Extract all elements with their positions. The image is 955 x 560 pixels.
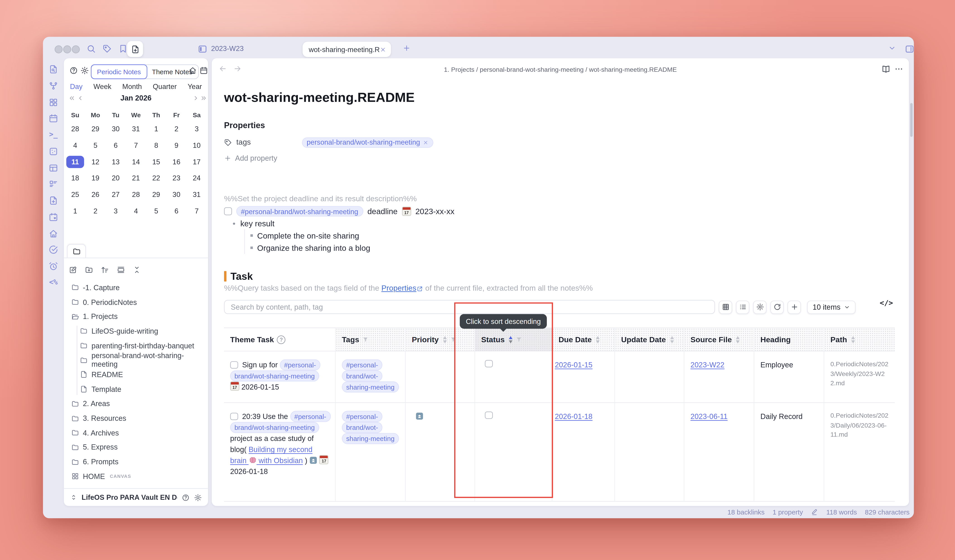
- tree-item[interactable]: personal-brand-wot-sharing-meeting: [64, 353, 208, 367]
- status-checkbox[interactable]: [485, 360, 493, 367]
- cell-update-date[interactable]: [615, 351, 684, 402]
- calendar-day[interactable]: 6: [106, 137, 126, 153]
- tab-periodic-notes[interactable]: Periodic Notes: [91, 64, 147, 79]
- backlinks-count[interactable]: 18 backlinks: [727, 509, 764, 516]
- calendar-day[interactable]: 2: [85, 203, 106, 219]
- calendar-day[interactable]: 30: [166, 186, 186, 203]
- add-task-button[interactable]: [787, 300, 801, 314]
- rail-terminal-button[interactable]: >_: [49, 130, 58, 140]
- code-view-icon[interactable]: </>: [880, 299, 893, 306]
- explorer-collapse-button[interactable]: [133, 265, 141, 274]
- calendar-view-year[interactable]: Year: [188, 83, 202, 92]
- tree-item[interactable]: 5. Express: [64, 440, 208, 454]
- sort-asc-arrow[interactable]: [509, 336, 513, 339]
- tree-item[interactable]: README: [64, 367, 208, 382]
- remove-tag-icon[interactable]: [423, 139, 429, 145]
- cell-tags[interactable]: #personal-brand/wot-sharing-meeting: [336, 351, 406, 402]
- sort-asc-arrow[interactable]: [596, 336, 600, 339]
- column-header-theme-task[interactable]: Theme Task?: [224, 328, 336, 351]
- properties-heading[interactable]: Properties: [224, 121, 893, 130]
- cell-status[interactable]: [475, 403, 552, 501]
- vault-switcher[interactable]: LifeOS Pro PARA Vault EN De...: [64, 488, 208, 506]
- due-date-link[interactable]: 2026-01-15: [555, 360, 592, 369]
- cell-update-date[interactable]: [615, 403, 684, 501]
- cell-tags[interactable]: #personal-brand/wot-sharing-meeting: [336, 403, 406, 501]
- calendar-day[interactable]: 3: [187, 121, 207, 137]
- cell-priority[interactable]: [406, 351, 475, 402]
- filter-icon[interactable]: [516, 336, 523, 343]
- sort-arrows-icon[interactable]: [509, 336, 513, 343]
- source-file-link[interactable]: 2023-06-11: [690, 412, 728, 421]
- sort-desc-arrow[interactable]: [443, 340, 447, 343]
- explorer-sort-asc-button[interactable]: [100, 265, 109, 274]
- calendar-day[interactable]: 22: [146, 170, 166, 186]
- calendar-day[interactable]: 21: [126, 170, 146, 186]
- cell-due-date[interactable]: 2026-01-15: [553, 351, 615, 402]
- calendar-day[interactable]: 13: [106, 153, 126, 170]
- cell-theme-task[interactable]: Sign up for #personal-brand/wot-sharing-…: [224, 351, 336, 402]
- rail-panel-top-button[interactable]: [49, 163, 58, 173]
- sort-arrows-icon[interactable]: [596, 336, 600, 343]
- rail-calendar-button[interactable]: [49, 114, 58, 123]
- calendar-day[interactable]: 29: [146, 186, 166, 203]
- task-checkbox[interactable]: [224, 207, 232, 215]
- calendar-day[interactable]: 12: [85, 153, 106, 170]
- zoom-window-button[interactable]: [72, 45, 80, 53]
- cell-status[interactable]: [475, 351, 552, 402]
- column-header-tags[interactable]: Tags: [336, 328, 406, 351]
- rail-graph-button[interactable]: [49, 81, 58, 90]
- tab-list-icon[interactable]: [888, 44, 896, 52]
- tree-item[interactable]: -1. Capture: [64, 280, 208, 295]
- column-header-priority[interactable]: Priority: [406, 328, 475, 351]
- tag-pill[interactable]: #personal-brand/wot-sharing-meeting: [342, 411, 399, 444]
- calendar-day[interactable]: 5: [146, 203, 166, 219]
- refresh-button[interactable]: [770, 300, 784, 314]
- tab-file-explorer[interactable]: [67, 244, 86, 258]
- calendar-day[interactable]: 4: [126, 203, 146, 219]
- calendar-day[interactable]: 4: [65, 137, 85, 153]
- vault-help-icon[interactable]: [182, 493, 189, 501]
- task-search-input[interactable]: [224, 300, 715, 314]
- prev-month-icon[interactable]: [77, 94, 84, 102]
- column-header-status[interactable]: Status: [475, 328, 552, 351]
- sort-asc-arrow[interactable]: [443, 336, 447, 339]
- sort-desc-arrow[interactable]: [736, 340, 740, 343]
- tree-item[interactable]: 4. Archives: [64, 426, 208, 440]
- calendar-day[interactable]: 1: [146, 121, 166, 137]
- tree-item[interactable]: LifeOS-guide-writing: [64, 324, 208, 338]
- task-tag-pill[interactable]: #personal-brand/wot-sharing-meeting: [236, 206, 363, 217]
- rail-template-button[interactable]: <%: [49, 278, 58, 287]
- rail-list-details-button[interactable]: [49, 179, 58, 189]
- toggle-right-sidebar-icon[interactable]: [905, 44, 914, 54]
- calendar-icon[interactable]: [200, 66, 208, 75]
- cell-due-date[interactable]: 2026-01-18: [553, 403, 615, 501]
- task-settings-button[interactable]: [753, 300, 767, 314]
- calendar-day[interactable]: 19: [85, 170, 106, 186]
- sort-asc-arrow[interactable]: [851, 336, 855, 339]
- rail-check-circle-button[interactable]: [49, 245, 58, 255]
- explorer-folder-plus-button[interactable]: [85, 265, 93, 274]
- tab-week-note[interactable]: 2023-W23: [211, 45, 244, 52]
- calendar-day[interactable]: 31: [126, 121, 146, 137]
- calendar-day[interactable]: 7: [187, 203, 207, 219]
- sort-arrows-icon[interactable]: [736, 336, 740, 343]
- help-icon[interactable]: [69, 66, 78, 75]
- tree-item[interactable]: 0. PeriodicNotes: [64, 295, 208, 309]
- rail-file-plus-button[interactable]: [49, 196, 58, 205]
- column-header-heading[interactable]: Heading: [754, 328, 824, 351]
- list-view-button[interactable]: [736, 300, 750, 314]
- close-window-button[interactable]: [55, 45, 63, 53]
- sort-desc-arrow[interactable]: [851, 340, 855, 343]
- explorer-edit-button[interactable]: [69, 265, 77, 274]
- calendar-day[interactable]: 30: [106, 121, 126, 137]
- calendar-day[interactable]: 28: [65, 121, 85, 137]
- tree-item[interactable]: 1. Projects: [64, 309, 208, 324]
- sort-arrows-icon[interactable]: [851, 336, 855, 343]
- task-checkbox[interactable]: [230, 412, 238, 420]
- filter-icon[interactable]: [362, 336, 369, 343]
- calendar-day[interactable]: 29: [85, 121, 106, 137]
- sort-asc-arrow[interactable]: [736, 336, 740, 339]
- calendar-view-week[interactable]: Week: [93, 83, 111, 92]
- calendar-day[interactable]: 24: [187, 170, 207, 186]
- column-header-due-date[interactable]: Due Date: [553, 328, 615, 351]
